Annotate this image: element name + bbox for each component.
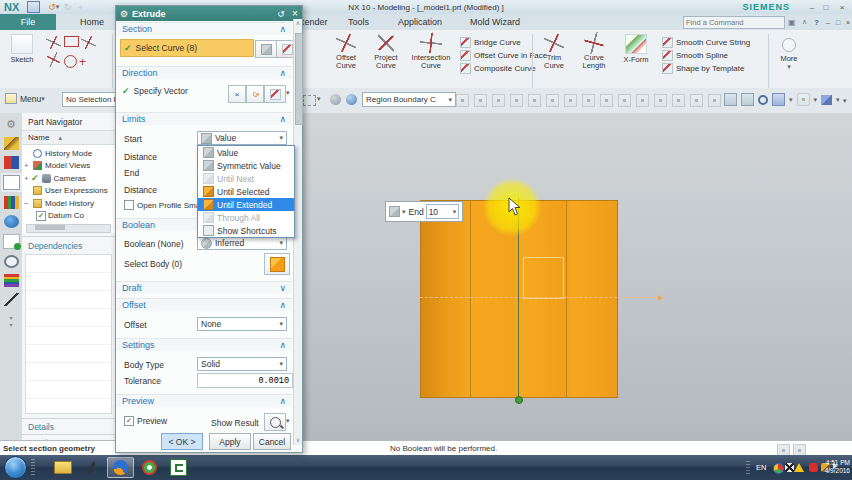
preview-toggle-row[interactable]: ✓ Preview <box>124 416 167 426</box>
snap-point-on-surface-icon[interactable] <box>600 94 613 107</box>
snap-point-on-curve-icon[interactable] <box>582 94 595 107</box>
composite-curve-button[interactable]: Composite Curve <box>460 62 547 75</box>
expand-icon[interactable]: + <box>24 174 31 183</box>
snap-endpoint-icon[interactable] <box>456 94 469 107</box>
option-until-next[interactable]: Until Next <box>198 172 294 185</box>
horizontal-scrollbar[interactable] <box>26 224 111 233</box>
circle-icon[interactable] <box>64 55 77 68</box>
vector-axis-button[interactable] <box>264 85 286 103</box>
collapse-icon[interactable]: ∧ <box>279 68 286 78</box>
expand-icon[interactable]: ∨ <box>279 283 286 293</box>
tab-tools[interactable]: Tools <box>338 14 379 30</box>
checkbox-icon[interactable]: ✓ <box>36 211 46 221</box>
dialog-titlebar[interactable]: ⚙ Extrude ↺ × <box>116 6 302 21</box>
vector-dropdown-icon[interactable]: ▾ <box>286 89 290 97</box>
snap-control-point-icon[interactable] <box>492 94 505 107</box>
render-style-dropdown-icon[interactable]: ▾ <box>814 96 818 104</box>
sketch-button[interactable]: Sketch <box>2 34 42 64</box>
apply-button[interactable]: Apply <box>209 433 251 450</box>
collapse-icon[interactable]: ∧ <box>279 340 286 350</box>
vector-dialog-button[interactable]: × <box>228 85 246 103</box>
smooth-curve-string-button[interactable]: Smooth Curve String <box>662 36 750 49</box>
roles-gear-icon[interactable]: ⚙ <box>4 118 19 131</box>
taskbar-360-button[interactable] <box>136 457 163 478</box>
check-icon[interactable]: ✓ <box>31 173 39 183</box>
preview-more-icon[interactable]: ▾ <box>286 417 290 425</box>
view-dropdown-icon[interactable]: ▾ <box>789 96 793 104</box>
snap-plus-icon[interactable] <box>654 94 667 107</box>
history-palette-icon[interactable] <box>3 234 20 249</box>
reverse-direction-button[interactable]: ↺ <box>246 85 264 103</box>
taskbar-nx-button[interactable] <box>107 457 134 478</box>
tree-item-history-mode[interactable]: History Mode <box>24 147 115 160</box>
dialog-close-button[interactable]: × <box>288 8 302 19</box>
curve-length-button[interactable]: Curve Length <box>574 34 614 70</box>
dialog-reset-button[interactable]: ↺ <box>274 9 288 19</box>
boolean-dropdown[interactable]: Inferred ▾ <box>197 236 287 250</box>
tolerance-input[interactable] <box>197 373 293 388</box>
scroll-up-icon[interactable]: ∧ <box>294 19 302 28</box>
ok-button[interactable]: < OK > <box>161 433 203 450</box>
scrollbar-thumb[interactable] <box>35 225 65 230</box>
tab-mold-wizard[interactable]: Mold Wizard <box>460 14 530 30</box>
tray-clock[interactable]: 4:51 PM 4/9/2016 <box>816 459 850 475</box>
collapse-icon[interactable]: ∧ <box>279 300 286 310</box>
tree-item-model-views[interactable]: + Model Views <box>24 160 115 173</box>
snap-arc-center-icon[interactable] <box>528 94 541 107</box>
language-indicator[interactable]: EN <box>756 463 766 472</box>
taskbar-explorer-button[interactable] <box>49 457 76 478</box>
draft-header[interactable]: Draft∨ <box>116 281 292 294</box>
option-through-all[interactable]: Through All <box>198 211 294 224</box>
rotate-view-icon[interactable] <box>758 95 768 105</box>
limits-header[interactable]: Limits∧ <box>116 112 292 125</box>
settings-header[interactable]: Settings∧ <box>116 338 292 351</box>
arc-icon[interactable] <box>47 52 60 67</box>
marquee-select-icon[interactable] <box>303 95 316 106</box>
selbar-overflow-icon[interactable]: ▾ <box>843 97 847 105</box>
tree-item-datum[interactable]: ✓ Datum Co <box>24 210 115 223</box>
option-symmetric-value[interactable]: Symmetric Value <box>198 159 294 172</box>
constraint-navigator-icon[interactable] <box>4 156 19 169</box>
resource-bar-expander[interactable]: ▾▾ <box>0 314 22 328</box>
help-icon[interactable]: ? <box>814 18 819 27</box>
start-button[interactable] <box>4 456 27 479</box>
cancel-button[interactable]: Cancel <box>253 433 291 450</box>
start-limit-dropdown[interactable]: Value ▾ <box>197 131 287 145</box>
select-curve-row[interactable]: ✓ Select Curve (8) <box>120 39 254 57</box>
direction-header[interactable]: Direction∧ <box>116 66 292 79</box>
snap-face-icon[interactable] <box>690 94 703 107</box>
tab-application[interactable]: Application <box>388 14 452 30</box>
graphics-area[interactable]: ▾ End 10 ▾ <box>300 113 852 440</box>
expand-icon[interactable]: + <box>24 161 31 170</box>
limit-option-icon[interactable] <box>389 206 400 217</box>
snap-circle-icon[interactable] <box>636 94 649 107</box>
scope-combo[interactable]: Region Boundary C▾ <box>362 92 456 107</box>
point-icon[interactable]: + <box>79 55 86 69</box>
details-header[interactable]: Details <box>22 418 115 434</box>
rectangle-icon[interactable] <box>64 36 79 47</box>
select-body-button[interactable] <box>264 253 290 275</box>
preview-section-header[interactable]: Preview∧ <box>116 394 292 407</box>
part-navigator-icon[interactable] <box>3 175 20 190</box>
body-type-dropdown[interactable]: Solid ▾ <box>197 357 287 371</box>
collapse-icon[interactable]: ∧ <box>279 114 286 124</box>
collapse-icon[interactable]: − <box>24 199 31 208</box>
offset-dropdown[interactable]: None ▾ <box>197 317 287 331</box>
minimize-ribbon-icon[interactable]: ∧ <box>802 18 807 26</box>
taskbar-c-app-button[interactable] <box>165 457 192 478</box>
tray-drive-icon[interactable] <box>794 463 804 472</box>
shape-by-template-button[interactable]: Shape by Template <box>662 62 750 75</box>
drag-handle-dot[interactable] <box>515 396 523 404</box>
internet-explorer-icon[interactable] <box>4 215 19 228</box>
history-clock-icon[interactable] <box>4 255 19 268</box>
doc-close-button[interactable]: × <box>842 19 852 26</box>
option-until-extended[interactable]: Until Extended <box>198 198 294 211</box>
snap-existing-point-icon[interactable] <box>564 94 577 107</box>
option-value[interactable]: Value <box>198 146 294 159</box>
shaded-cube-icon[interactable] <box>821 95 832 105</box>
tab-file[interactable]: File <box>0 14 56 30</box>
tree-item-model-history[interactable]: − Model History <box>24 197 115 210</box>
intersection-curve-button[interactable]: Intersection Curve <box>406 34 456 70</box>
collapse-icon[interactable]: ∧ <box>279 396 286 406</box>
sphere-gray-icon[interactable] <box>330 94 341 105</box>
